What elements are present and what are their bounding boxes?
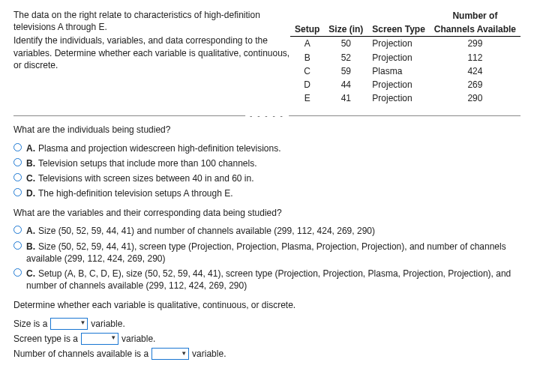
q1-choice-b[interactable]: B.Television setups that include more th… [14,157,520,169]
cell: 59 [324,64,368,78]
problem-statement: The data on the right relate to characte… [14,9,290,73]
table-row: D44Projection269 [290,78,520,91]
fill-pre: Number of channels available is a [14,348,148,360]
fill-post: variable. [91,318,124,330]
cell: 41 [324,91,368,105]
choice-text: Televisions with screen sizes between 40… [38,173,254,184]
cell: 50 [324,37,368,51]
col-setup: Setup [290,9,324,37]
cell: 269 [430,78,520,91]
prompt-line-2: Identify the individuals, variables, and… [14,34,290,71]
cell: 299 [430,37,520,51]
q2-choice-c[interactable]: C.Setup (A, B, C, D, E), size (50, 52, 5… [14,268,520,292]
cell: Projection [368,91,429,105]
size-variable-select[interactable]: ▼ [50,318,88,330]
screen-type-variable-select[interactable]: ▼ [81,333,118,345]
cell: C [290,64,324,78]
fill-row-size: Size is a ▼ variable. [14,318,520,330]
cell: 290 [430,91,520,105]
fill-post: variable. [192,348,226,360]
cell: Projection [368,37,429,51]
question-3-text: Determine whether each variable is quali… [14,299,520,311]
radio-icon [14,173,22,181]
choice-letter: C. [26,268,35,279]
choice-text: The high-definition television setups A … [38,188,233,199]
table-row: E41Projection290 [290,91,520,105]
choice-letter: B. [26,158,35,169]
cell: B [290,51,324,64]
cell: Projection [368,78,429,91]
cell: 44 [324,78,368,91]
choice-letter: A. [26,143,35,154]
q1-choice-d[interactable]: D.The high-definition television setups … [14,187,520,199]
cell: Plasma [368,64,429,78]
channels-variable-select[interactable]: ▼ [152,348,189,360]
fill-row-channels: Number of channels available is a ▼ vari… [14,348,520,360]
cell: 424 [430,64,520,78]
col-screen: Screen Type [368,9,429,37]
col-size: Size (in) [324,9,368,37]
cell: Projection [368,51,429,64]
fill-pre: Size is a [14,318,47,330]
radio-icon [14,241,22,250]
choice-text: Setup (A, B, C, D, E), size (50, 52, 59,… [26,268,511,291]
cell: D [290,78,324,91]
choice-text: Television setups that include more than… [38,158,257,169]
cell: E [290,91,324,105]
q1-choice-c[interactable]: C.Televisions with screen sizes between … [14,172,520,184]
col-channels-top: Number of [430,9,520,22]
question-1-text: What are the individuals being studied? [14,124,520,136]
cell: 112 [430,51,520,64]
chevron-down-icon: ▼ [80,319,86,328]
divider-dots-icon: - - - - - [245,111,289,121]
choice-text: Plasma and projection widescreen high-de… [38,143,281,154]
cell: 52 [324,51,368,64]
radio-icon [14,158,22,166]
fill-post: variable. [122,333,155,345]
chevron-down-icon: ▼ [181,350,187,358]
table-row: B52Projection112 [290,51,520,64]
radio-icon [14,268,22,277]
fill-row-screen: Screen type is a ▼ variable. [14,333,520,345]
choice-letter: A. [26,226,35,236]
fill-pre: Screen type is a [14,333,78,345]
chevron-down-icon: ▼ [110,334,116,343]
col-channels-bot: Channels Available [430,22,520,37]
table-row: A50Projection299 [290,37,520,51]
radio-icon [14,226,22,234]
question-2-text: What are the variables and their corresp… [14,207,520,219]
q2-choice-a[interactable]: A.Size (50, 52, 59, 44, 41) and number o… [14,225,520,237]
radio-icon [14,143,22,151]
q1-choice-a[interactable]: A.Plasma and projection widescreen high-… [14,142,520,154]
prompt-line-1: The data on the right relate to characte… [14,9,290,33]
choice-letter: B. [26,241,35,252]
choice-letter: C. [26,173,35,184]
cell: A [290,37,324,51]
choice-letter: D. [26,188,35,199]
radio-icon [14,188,22,196]
q2-choice-b[interactable]: B.Size (50, 52, 59, 44, 41), screen type… [14,241,520,265]
choice-text: Size (50, 52, 59, 44, 41) and number of … [38,226,375,236]
choice-text: Size (50, 52, 59, 44, 41), screen type (… [26,241,506,264]
data-table: Setup Size (in) Screen Type Number of Ch… [290,9,520,105]
table-row: C59Plasma424 [290,64,520,78]
